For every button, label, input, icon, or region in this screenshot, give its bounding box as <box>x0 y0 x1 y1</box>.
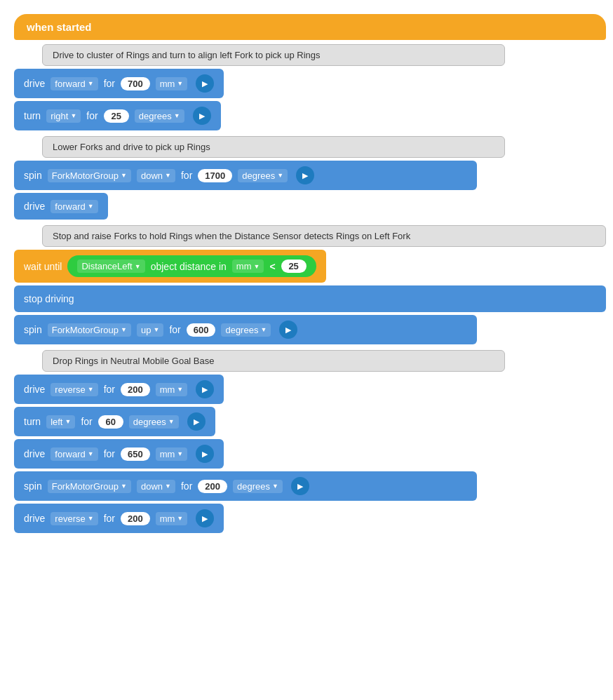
spin-label-2: spin <box>24 324 42 335</box>
trigger-label: when started <box>27 21 92 33</box>
drive-label-4: drive <box>24 448 45 459</box>
drive-dir-dropdown-2[interactable]: forward <box>50 200 97 213</box>
drive-label-5: drive <box>24 513 45 524</box>
spin-play-2[interactable] <box>279 321 297 339</box>
turn-label-2: turn <box>24 416 41 427</box>
spin-group-dropdown-2[interactable]: ForkMotorGroup <box>48 323 131 337</box>
wait-block-1: wait until DistanceLeft object distance … <box>14 250 326 283</box>
turn-block-1: turn right for 25 degrees <box>14 101 221 130</box>
wait-condition: DistanceLeft object distance in mm < 25 <box>67 255 316 277</box>
turn-unit-1[interactable]: degrees <box>135 109 184 123</box>
drive-block-3: drive reverse for 200 mm <box>14 375 224 404</box>
spin-val-3[interactable]: 200 <box>198 480 227 493</box>
turn-block-2: turn left for 60 degrees <box>14 407 215 436</box>
turn-label-1: turn <box>24 110 41 121</box>
spin-label-1: spin <box>24 170 42 181</box>
spin-play-1[interactable] <box>296 166 314 184</box>
drive-block-1: drive forward for 700 mm <box>14 69 224 98</box>
drive-unit-3[interactable]: mm <box>156 383 188 396</box>
drive-label-2: drive <box>24 201 45 212</box>
spin-unit-1[interactable]: degrees <box>238 169 288 182</box>
drive-dir-dropdown-5[interactable]: reverse <box>50 512 97 525</box>
stop-label: stop driving <box>24 293 74 304</box>
drive-label-1: drive <box>24 78 45 89</box>
spin-unit-3[interactable]: degrees <box>233 480 283 493</box>
comment-block-1: Drive to cluster of Rings and turn to al… <box>42 44 505 66</box>
wait-val[interactable]: 25 <box>281 260 306 273</box>
drive-unit-5[interactable]: mm <box>156 512 188 525</box>
drive-dir-dropdown-3[interactable]: reverse <box>50 383 97 396</box>
turn-val-2[interactable]: 60 <box>98 415 123 429</box>
comment-block-3: Stop and raise Forks to hold Rings when … <box>42 225 606 247</box>
turn-dir-dropdown-1[interactable]: right <box>46 109 81 123</box>
spin-group-dropdown-1[interactable]: ForkMotorGroup <box>48 169 131 182</box>
program-container: when started Drive to cluster of Rings a… <box>7 7 606 534</box>
spin-block-2: spin ForkMotorGroup up for 600 degrees <box>14 315 477 344</box>
wait-label: wait until <box>24 261 62 272</box>
drive-play-4[interactable] <box>196 445 214 463</box>
stop-block: stop driving <box>14 285 606 312</box>
drive-unit-1[interactable]: mm <box>156 77 188 90</box>
spin-play-3[interactable] <box>291 477 309 495</box>
wait-unit-dropdown[interactable]: mm <box>232 260 264 273</box>
comment-block-4: Drop Rings in Neutral Mobile Goal Base <box>42 350 505 372</box>
spin-val-2[interactable]: 600 <box>187 323 216 337</box>
turn-play-1[interactable] <box>193 107 211 125</box>
spin-dir-dropdown-1[interactable]: down <box>137 169 175 182</box>
drive-block-4: drive forward for 650 mm <box>14 439 224 469</box>
drive-play-1[interactable] <box>196 74 214 93</box>
drive-dir-dropdown-1[interactable]: forward <box>50 77 97 90</box>
comment-block-2: Lower Forks and drive to pick up Rings <box>42 136 505 158</box>
drive-block-2: drive forward <box>14 193 108 220</box>
turn-val-1[interactable]: 25 <box>104 109 129 123</box>
drive-val-1[interactable]: 700 <box>121 77 150 90</box>
spin-block-3: spin ForkMotorGroup down for 200 degrees <box>14 471 477 501</box>
spin-label-3: spin <box>24 480 42 492</box>
drive-dir-dropdown-4[interactable]: forward <box>50 447 97 461</box>
spin-group-dropdown-3[interactable]: ForkMotorGroup <box>48 480 131 493</box>
spin-val-1[interactable]: 1700 <box>198 169 232 182</box>
drive-val-5[interactable]: 200 <box>121 512 150 525</box>
spin-dir-dropdown-2[interactable]: up <box>137 323 163 337</box>
spin-block-1: spin ForkMotorGroup down for 1700 degree… <box>14 161 477 190</box>
wait-sensor-dropdown[interactable]: DistanceLeft <box>77 260 144 273</box>
drive-play-3[interactable] <box>196 380 214 398</box>
drive-block-5: drive reverse for 200 mm <box>14 504 224 533</box>
drive-play-5[interactable] <box>196 509 214 527</box>
spin-unit-2[interactable]: degrees <box>221 323 271 337</box>
wait-op: < <box>269 261 275 272</box>
turn-play-2[interactable] <box>187 412 206 431</box>
when-started-trigger[interactable]: when started <box>14 14 606 40</box>
turn-dir-dropdown-2[interactable]: left <box>46 415 75 429</box>
drive-unit-4[interactable]: mm <box>156 447 188 461</box>
drive-val-3[interactable]: 200 <box>121 383 150 396</box>
turn-unit-2[interactable]: degrees <box>129 415 179 429</box>
drive-val-4[interactable]: 650 <box>121 447 150 461</box>
spin-dir-dropdown-3[interactable]: down <box>137 480 175 493</box>
drive-label-3: drive <box>24 384 45 395</box>
